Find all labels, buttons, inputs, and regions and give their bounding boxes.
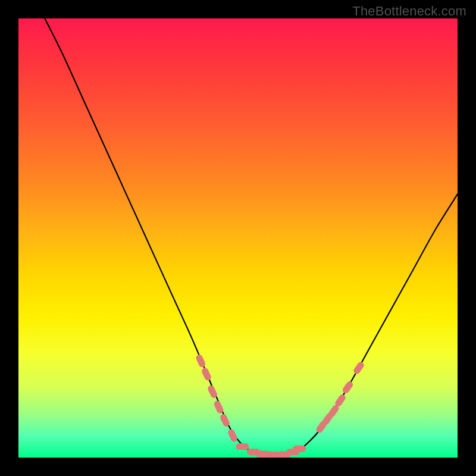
watermark-text: TheBottleneck.com	[352, 4, 466, 19]
curve-marker	[236, 443, 249, 450]
curve-svg	[18, 18, 458, 458]
curve-marker	[352, 361, 365, 375]
curve-marker	[195, 353, 206, 368]
curve-markers	[195, 353, 365, 458]
chart-frame: TheBottleneck.com	[0, 0, 476, 476]
curve-marker	[293, 446, 306, 452]
curve-marker	[227, 428, 238, 443]
curve-marker	[342, 380, 355, 394]
plot-area	[18, 18, 458, 458]
bottleneck-curve	[45, 18, 458, 456]
curve-marker	[201, 367, 212, 382]
